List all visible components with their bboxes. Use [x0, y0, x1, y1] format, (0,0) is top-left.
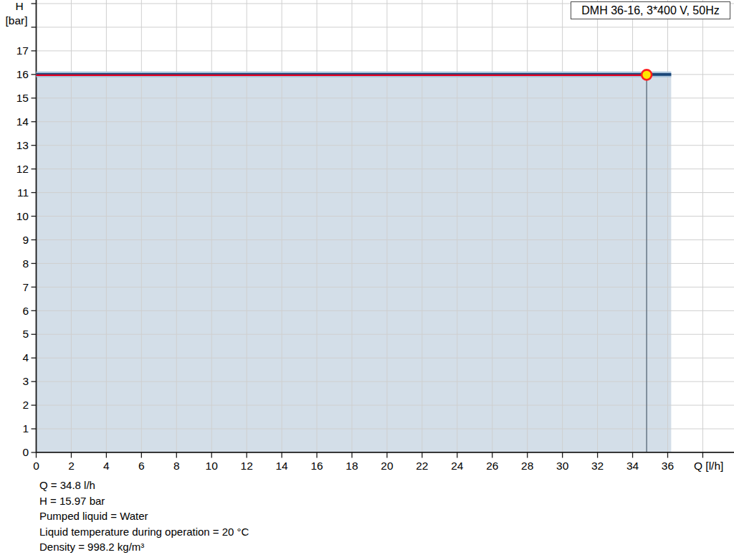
y-tick-label: 4: [22, 351, 29, 364]
y-tick-label: 7: [22, 281, 29, 293]
duty-info-block: Q = 34.8 l/h H = 15.97 bar Pumped liquid…: [39, 478, 249, 555]
y-tick-label: 0: [22, 446, 29, 458]
x-tick-label: 16: [310, 460, 323, 472]
y-tick-label: 15: [16, 92, 29, 104]
y-tick-label: 13: [16, 139, 29, 151]
x-tick-label: 12: [241, 460, 253, 472]
y-tick-label: 3: [22, 375, 29, 387]
density-text: Density = 998.2 kg/m³: [39, 539, 249, 555]
x-tick-label: 20: [381, 460, 394, 472]
x-axis-title: Q [l/h]: [694, 460, 723, 472]
x-tick-label: 10: [206, 460, 219, 472]
x-tick-label: 34: [626, 460, 639, 472]
y-tick-label: 9: [22, 234, 29, 246]
x-tick-label: 32: [591, 460, 604, 472]
x-tick-label: 2: [68, 460, 75, 472]
x-tick-label: 36: [662, 460, 674, 472]
x-tick-label: 8: [173, 460, 180, 472]
pump-curve-chart-area: 0123456789101112131415161702468101214161…: [0, 0, 734, 475]
x-tick-label: 30: [556, 460, 569, 472]
x-tick-label: 6: [138, 460, 145, 472]
x-tick-label: 18: [345, 460, 358, 472]
pumped-liquid-text: Pumped liquid = Water: [39, 508, 249, 524]
y-axis-title-unit: [bar]: [5, 14, 27, 27]
y-tick-label: 14: [16, 115, 29, 128]
x-tick-label: 28: [521, 460, 533, 472]
duty-point-marker[interactable]: [642, 70, 652, 80]
y-axis-title: H: [15, 0, 23, 12]
legend-label: DMH 36-16, 3*400 V, 50Hz: [581, 4, 719, 16]
x-tick-label: 26: [486, 460, 498, 472]
y-tick-label: 6: [22, 305, 29, 317]
y-tick-label: 8: [22, 257, 29, 270]
x-tick-label: 14: [275, 460, 288, 472]
x-tick-label: 22: [416, 460, 428, 472]
liquid-temp-text: Liquid temperature during operation = 20…: [39, 524, 249, 540]
y-tick-label: 5: [22, 328, 29, 340]
pump-curve-chart: 0123456789101112131415161702468101214161…: [0, 0, 734, 475]
y-tick-label: 2: [22, 399, 29, 411]
x-tick-label: 24: [451, 460, 464, 472]
y-tick-label: 1: [22, 422, 29, 435]
x-tick-label: 0: [33, 460, 39, 472]
duty-flow-text: Q = 34.8 l/h: [39, 478, 249, 493]
y-tick-label: 10: [16, 210, 29, 222]
duty-head-text: H = 15.97 bar: [39, 493, 249, 509]
y-tick-label: 17: [16, 44, 29, 57]
curve-legend: DMH 36-16, 3*400 V, 50Hz: [571, 1, 730, 19]
y-tick-label: 11: [17, 186, 29, 199]
y-tick-label: 16: [16, 68, 29, 80]
y-tick-label: 12: [16, 163, 29, 175]
x-tick-label: 4: [103, 460, 110, 472]
